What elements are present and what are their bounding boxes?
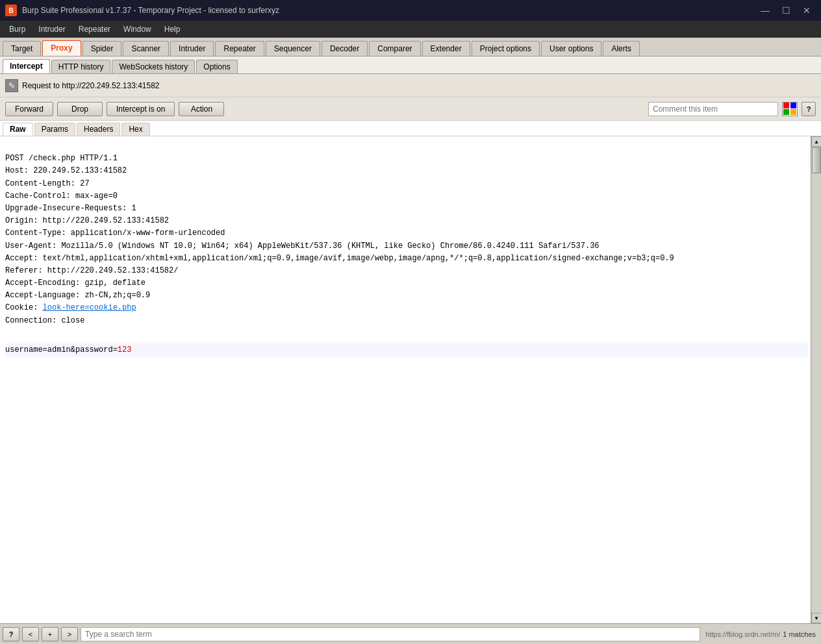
tab-proxy[interactable]: Proxy xyxy=(42,40,81,56)
nav-add-button[interactable]: + xyxy=(42,627,58,641)
tab-websockets-history[interactable]: WebSockets history xyxy=(112,60,195,73)
format-tab-params[interactable]: Params xyxy=(34,123,75,136)
request-line4: Cache-Control: max-age=0 xyxy=(5,192,118,201)
nav-next-button[interactable]: > xyxy=(61,627,78,641)
scroll-up-arrow[interactable]: ▲ xyxy=(811,136,821,147)
menu-help[interactable]: Help xyxy=(158,21,187,38)
tab-http-history[interactable]: HTTP history xyxy=(51,60,111,73)
nav-prev-button[interactable]: < xyxy=(22,627,39,641)
search-input[interactable] xyxy=(81,627,700,641)
request-line3: Content-Length: 27 xyxy=(5,179,90,188)
tab-comparer[interactable]: Comparer xyxy=(369,41,420,56)
tab-spider[interactable]: Spider xyxy=(82,41,122,56)
tab-decoder[interactable]: Decoder xyxy=(322,41,368,56)
scroll-down-arrow[interactable]: ▼ xyxy=(811,613,821,623)
request-line11: Accept-Encoding: gzip, deflate xyxy=(5,279,145,288)
request-line14: Connection: close xyxy=(5,316,84,325)
request-line12: Accept-Language: zh-CN,zh;q=0.9 xyxy=(5,291,150,300)
post-data: username=admin&password=123 xyxy=(5,343,808,357)
request-url: Request to http://220.249.52.133:41582 xyxy=(22,81,160,90)
request-line1: POST /check.php HTTP/1.1 xyxy=(5,154,118,163)
tab-intercept[interactable]: Intercept xyxy=(3,59,50,73)
request-line9: Accept: text/html,application/xhtml+xml,… xyxy=(5,254,674,263)
status-url: https://fblog.srdn.net/m/ xyxy=(705,630,780,638)
comment-input[interactable] xyxy=(648,102,778,116)
request-line7: Content-Type: application/x-www-form-url… xyxy=(5,229,225,238)
request-line2: Host: 220.249.52.133:41582 xyxy=(5,166,127,175)
tab-target[interactable]: Target xyxy=(3,41,41,56)
tab-user-options[interactable]: User options xyxy=(541,41,601,56)
tab-alerts[interactable]: Alerts xyxy=(603,41,640,56)
main-tab-bar: Target Proxy Spider Scanner Intruder Rep… xyxy=(0,38,821,56)
vertical-scrollbar[interactable]: ▲ ▼ xyxy=(811,136,821,623)
help-nav-button[interactable]: ? xyxy=(3,627,19,641)
scroll-thumb[interactable] xyxy=(812,147,821,173)
format-tab-headers[interactable]: Headers xyxy=(77,123,120,136)
request-line8: User-Agent: Mozilla/5.0 (Windows NT 10.0… xyxy=(5,242,600,251)
request-line10: Referer: http://220.249.52.133:41582/ xyxy=(5,266,178,275)
request-line5: Upgrade-Insecure-Requests: 1 xyxy=(5,204,136,213)
close-button[interactable]: ✕ xyxy=(798,4,816,17)
color-picker[interactable] xyxy=(782,102,798,116)
app-icon: B xyxy=(5,5,17,16)
tab-intruder[interactable]: Intruder xyxy=(170,41,214,56)
help-button[interactable]: ? xyxy=(802,102,816,116)
menu-burp[interactable]: Burp xyxy=(3,21,32,38)
scroll-track xyxy=(811,147,821,613)
maximize-button[interactable]: ☐ xyxy=(777,4,795,17)
tab-sequencer[interactable]: Sequencer xyxy=(266,41,320,56)
menu-repeater[interactable]: Repeater xyxy=(72,21,117,38)
tab-scanner[interactable]: Scanner xyxy=(123,41,169,56)
match-count: 1 matches xyxy=(783,630,818,638)
tab-extender[interactable]: Extender xyxy=(422,41,470,56)
drop-button[interactable]: Drop xyxy=(57,102,103,116)
minimize-button[interactable]: — xyxy=(756,4,774,17)
menu-window[interactable]: Window xyxy=(117,21,158,38)
cookie-link[interactable]: look-here=cookie.php xyxy=(43,303,136,312)
request-cookie-prefix: Cookie: xyxy=(5,303,43,312)
menu-intruder[interactable]: Intruder xyxy=(32,21,71,38)
action-button[interactable]: Action xyxy=(179,102,224,116)
format-tab-bar: Raw Params Headers Hex xyxy=(0,121,821,136)
window-title: Burp Suite Professional v1.7.37 - Tempor… xyxy=(22,6,279,15)
title-bar: B Burp Suite Professional v1.7.37 - Temp… xyxy=(0,0,821,21)
intercept-toggle-button[interactable]: Intercept is on xyxy=(107,102,175,116)
request-line6: Origin: http://220.249.52.133:41582 xyxy=(5,216,169,225)
tab-repeater[interactable]: Repeater xyxy=(215,41,264,56)
format-tab-hex[interactable]: Hex xyxy=(121,123,149,136)
edit-icon: ✎ xyxy=(5,79,18,92)
bottom-bar: ? < + > https://fblog.srdn.net/m/ 1 matc… xyxy=(0,623,821,644)
tab-options[interactable]: Options xyxy=(196,60,237,73)
sub-tab-bar: Intercept HTTP history WebSockets histor… xyxy=(0,56,821,74)
action-bar: Forward Drop Intercept is on Action ? xyxy=(0,97,821,121)
tab-project-options[interactable]: Project options xyxy=(472,41,540,56)
format-tab-raw[interactable]: Raw xyxy=(3,123,33,136)
request-content[interactable]: POST /check.php HTTP/1.1 Host: 220.249.5… xyxy=(0,136,821,623)
request-info-bar: ✎ Request to http://220.249.52.133:41582 xyxy=(0,74,821,97)
menu-bar: Burp Intruder Repeater Window Help xyxy=(0,21,821,38)
forward-button[interactable]: Forward xyxy=(5,102,53,116)
